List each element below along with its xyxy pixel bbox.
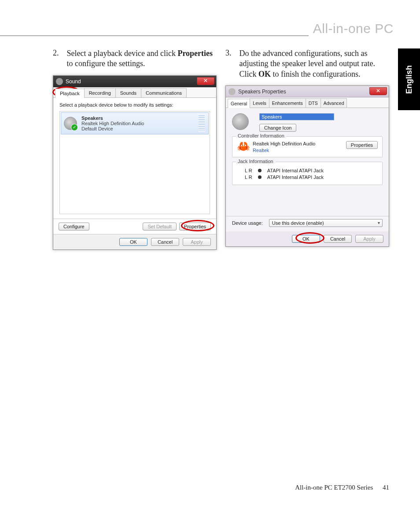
step-number: 2. [53, 48, 59, 69]
sound-mid-buttons: Configure Set Default Properties [53, 219, 216, 234]
speaker-small-icon [228, 88, 236, 95]
sound-dialog-buttons: OK Cancel Apply [53, 234, 216, 249]
step-text: Select a playback device and click Prope… [67, 48, 217, 69]
props-tabs: General Levels Enhancements DTS Advanced [226, 97, 389, 108]
sound-tabs: Playback Recording Sounds Communications [53, 87, 216, 98]
tab-enhancements[interactable]: Enhancements [269, 98, 306, 108]
props-body: Speakers Change Icon Controller Informat… [226, 108, 389, 216]
controller-name: Realtek High Definition Audio [253, 141, 315, 146]
footer-text: All-in-one PC ET2700 Series [295, 484, 373, 491]
step3-post: to finish the configurations. [271, 70, 360, 78]
speaker-icon: ✓ [64, 117, 77, 130]
cancel-button[interactable]: Cancel [151, 238, 179, 246]
page-footer: All-in-one PC ET2700 Series 41 [295, 484, 389, 491]
device-usage-row: Device usage: Use this device (enable) [226, 216, 389, 231]
device-driver: Realtek High Definition Audio [81, 121, 144, 126]
tab-playback[interactable]: Playback [55, 89, 85, 98]
sound-dialog: Sound ✕ Playback Recording Sounds Commun… [53, 75, 217, 250]
apply-button[interactable]: Apply [355, 235, 383, 243]
device-list[interactable]: ✓ Speakers Realtek High Definition Audio… [59, 111, 210, 214]
usage-label: Device usage: [232, 220, 263, 226]
speaker-large-icon [232, 113, 249, 130]
tab-advanced[interactable]: Advanced [321, 98, 347, 108]
language-tab: English [398, 48, 420, 110]
controller-vendor: Realtek [253, 148, 315, 153]
controller-info-group: Controller Information 🦀 Realtek High De… [232, 136, 383, 157]
close-icon[interactable]: ✕ [197, 77, 214, 85]
jack-lr2: L R [245, 175, 252, 180]
sound-instruction: Select a playback device below to modify… [59, 102, 210, 108]
sound-body: Select a playback device below to modify… [53, 98, 216, 219]
jack-dot-icon [258, 175, 262, 179]
step-text: Do the advanced configurations, such as … [239, 48, 390, 79]
props-title: Speakers Properties [238, 89, 286, 95]
realtek-crab-icon: 🦀 [237, 141, 249, 153]
jack-group-title: Jack Information [236, 159, 275, 164]
tab-recording[interactable]: Recording [84, 88, 116, 97]
usage-select[interactable]: Use this device (enable) [269, 219, 383, 227]
sound-title: Sound [66, 78, 81, 85]
device-row-speakers[interactable]: ✓ Speakers Realtek High Definition Audio… [61, 112, 209, 134]
ok-button[interactable]: OK [292, 235, 320, 243]
sound-icon [56, 78, 63, 85]
step3-bold: OK [258, 70, 271, 78]
jack-row-2: L R ATAPI Internal ATAPI Jack [245, 175, 378, 180]
tab-levels[interactable]: Levels [250, 98, 269, 108]
tab-general[interactable]: General [228, 99, 250, 108]
set-default-button[interactable]: Set Default [143, 223, 176, 230]
controller-properties-button[interactable]: Properties [346, 141, 378, 149]
cancel-button[interactable]: Cancel [324, 235, 352, 243]
level-meter-icon [199, 115, 205, 131]
jack-dot-icon [258, 169, 262, 172]
tab-communications[interactable]: Communications [141, 88, 187, 97]
jack-entry: ATAPI Internal ATAPI Jack [267, 168, 324, 173]
jack-lr: L R [245, 168, 252, 173]
configure-button[interactable]: Configure [59, 223, 89, 230]
tab-sounds[interactable]: Sounds [115, 88, 141, 97]
device-status: Default Device [81, 126, 144, 131]
tab-dts[interactable]: DTS [306, 98, 321, 108]
step2-bold: Properties [177, 49, 213, 58]
check-icon: ✓ [71, 124, 78, 131]
page-title: All-in-one PC [309, 21, 394, 36]
device-name: Speakers [81, 115, 144, 121]
props-dialog-buttons: OK Cancel Apply [226, 231, 389, 246]
sound-titlebar[interactable]: Sound ✕ [53, 76, 216, 87]
jack-row-1: L R ATAPI Internal ATAPI Jack [245, 168, 378, 173]
device-name-field[interactable]: Speakers [259, 113, 334, 120]
step2-pre: Select a playback device and click [67, 49, 178, 58]
properties-button[interactable]: Properties [179, 223, 211, 230]
jack-entry2: ATAPI Internal ATAPI Jack [267, 175, 324, 180]
close-icon[interactable]: ✕ [369, 87, 387, 95]
apply-button[interactable]: Apply [183, 238, 211, 246]
device-text: Speakers Realtek High Definition Audio D… [81, 115, 144, 131]
step2-post: to configure the settings. [67, 59, 145, 68]
ok-button[interactable]: OK [119, 238, 147, 246]
props-titlebar[interactable]: Speakers Properties ✕ [226, 86, 389, 97]
speakers-properties-dialog: Speakers Properties ✕ General Levels Enh… [225, 85, 389, 247]
controller-group-title: Controller Information [236, 133, 286, 138]
step-number: 3. [225, 48, 232, 79]
change-icon-button[interactable]: Change Icon [259, 124, 296, 132]
page-number: 41 [383, 484, 389, 491]
jack-info-group: Jack Information L R ATAPI Internal ATAP… [232, 162, 383, 185]
